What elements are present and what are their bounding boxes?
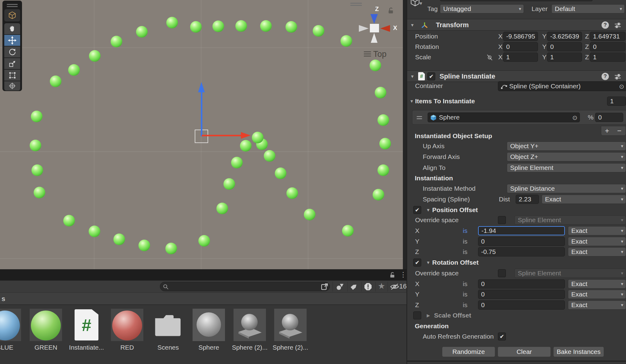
rotation-offset-checkbox[interactable]: ✔: [413, 259, 421, 267]
scene-sphere[interactable]: [30, 140, 41, 151]
rotation-offset-y-mode[interactable]: Exact▾: [568, 290, 626, 299]
scale-tool-button[interactable]: [4, 58, 20, 69]
forward-axis-dropdown[interactable]: Object Z+▾: [507, 152, 626, 161]
scene-sphere[interactable]: [223, 178, 235, 190]
window-menu-icon[interactable]: ⋮: [400, 270, 407, 279]
position-offset-checkbox[interactable]: ✔: [413, 206, 421, 214]
remove-item-button[interactable]: −: [617, 126, 621, 135]
scene-sphere[interactable]: [136, 26, 148, 38]
axis-left-cone[interactable]: [359, 25, 369, 32]
foldout-triangle-icon[interactable]: ▼: [410, 72, 414, 81]
foldout-triangle-icon[interactable]: ▶: [427, 311, 430, 320]
move-gizmo-y-axis[interactable]: [201, 92, 202, 136]
scene-sphere[interactable]: [68, 64, 80, 76]
scene-sphere[interactable]: [260, 20, 272, 32]
items-count-field[interactable]: 1: [607, 97, 626, 106]
container-object-field[interactable]: Spline (Spline Container) ⊙: [498, 81, 626, 91]
scene-sphere[interactable]: [138, 240, 150, 251]
instantiate-method-dropdown[interactable]: Spline Distance▾: [507, 184, 626, 193]
hidden-packages-eye-off-icon[interactable]: [390, 283, 399, 290]
overlay-drag-handle[interactable]: [7, 6, 18, 7]
asset-item[interactable]: RED: [109, 309, 145, 351]
lock-open-icon[interactable]: [389, 271, 396, 279]
import-warnings-icon[interactable]: [364, 282, 372, 291]
drag-handle-icon[interactable]: [417, 116, 422, 117]
axis-x-label[interactable]: X: [393, 24, 397, 31]
scene-sphere[interactable]: [113, 233, 125, 245]
position-offset-y-mode[interactable]: Exact▾: [568, 237, 626, 246]
position-offset-z-mode[interactable]: Exact▾: [568, 247, 626, 256]
object-picker-icon[interactable]: ⊙: [572, 113, 577, 122]
component-menu-icon[interactable]: ⋮: [624, 72, 626, 81]
component-menu-icon[interactable]: ⋮: [624, 20, 626, 30]
scale-y-field[interactable]: 1: [547, 53, 582, 62]
transform-header[interactable]: ▼ Transform ? ⋮: [407, 19, 626, 31]
scene-sphere[interactable]: [285, 21, 297, 33]
chevron-down-icon[interactable]: ▼: [419, 0, 423, 8]
rotation-x-field[interactable]: 0: [503, 42, 538, 51]
rotation-y-field[interactable]: 0: [547, 42, 582, 51]
tag-dropdown[interactable]: Untagged▾: [440, 4, 524, 13]
spacing-mode-dropdown[interactable]: Exact▾: [542, 195, 626, 204]
scene-sphere[interactable]: [304, 209, 315, 220]
presets-icon[interactable]: [614, 73, 622, 81]
axis-center-cube[interactable]: [370, 24, 379, 32]
axis-z-label[interactable]: Z: [375, 6, 379, 13]
position-offset-x-mode[interactable]: Exact▾: [568, 226, 626, 235]
auto-refresh-checkbox[interactable]: ✔: [498, 333, 506, 340]
search-input[interactable]: [160, 282, 330, 291]
item-percent-field[interactable]: 0: [595, 113, 623, 122]
object-picker-icon[interactable]: ⊙: [619, 82, 624, 91]
clear-button[interactable]: Clear: [498, 347, 551, 357]
open-search-window-icon[interactable]: [320, 282, 329, 291]
scene-sphere[interactable]: [63, 215, 75, 226]
rotation-offset-x-mode[interactable]: Exact▾: [568, 279, 626, 289]
overlay-handle-icon[interactable]: [350, 3, 362, 4]
presets-icon[interactable]: [614, 21, 622, 29]
scene-sphere[interactable]: [373, 189, 384, 200]
view-tool-button[interactable]: [4, 9, 20, 21]
scene-sphere[interactable]: [377, 114, 389, 126]
rotation-offset-y-field[interactable]: 0: [478, 290, 565, 299]
position-z-field[interactable]: 1.649731: [590, 32, 625, 41]
scene-sphere[interactable]: [286, 187, 298, 199]
scene-sphere[interactable]: [377, 164, 389, 176]
help-icon[interactable]: ?: [602, 73, 609, 80]
override-space-checkbox[interactable]: [498, 216, 506, 224]
asset-item[interactable]: GREEN: [28, 309, 64, 351]
rotation-offset-x-field[interactable]: 0: [478, 279, 565, 289]
position-offset-x-field[interactable]: -1.94: [478, 226, 565, 235]
scale-offset-checkbox[interactable]: [413, 311, 421, 319]
overlay-handle-icon[interactable]: [350, 5, 362, 6]
randomize-button[interactable]: Randomize: [442, 347, 495, 357]
asset-item[interactable]: Scenes: [150, 309, 186, 351]
scene-sphere[interactable]: [31, 164, 43, 176]
add-item-button[interactable]: +: [605, 126, 609, 135]
rotation-offset-z-field[interactable]: 0: [478, 300, 565, 310]
move-tool-button[interactable]: [4, 35, 20, 46]
help-icon[interactable]: ?: [602, 21, 609, 29]
scene-sphere[interactable]: [166, 17, 178, 28]
foldout-triangle-icon[interactable]: ▼: [426, 205, 430, 215]
scene-sphere[interactable]: [89, 50, 101, 62]
move-gizmo-y-arrowhead[interactable]: [198, 82, 205, 92]
rotation-z-field[interactable]: 0: [590, 42, 625, 51]
favorites-star-icon[interactable]: ★: [378, 281, 385, 291]
scale-z-field[interactable]: 1: [590, 53, 625, 62]
scene-sphere[interactable]: [240, 140, 252, 152]
axis-z-cone[interactable]: [370, 14, 378, 24]
asset-item[interactable]: # Instantiate...: [68, 309, 105, 351]
rect-tool-button[interactable]: [4, 70, 20, 81]
rotate-tool-button[interactable]: [4, 46, 20, 57]
item-object-field[interactable]: Sphere ⊙: [428, 112, 580, 122]
layer-dropdown[interactable]: Default▾: [551, 4, 625, 13]
overlay-drag-handle[interactable]: [7, 4, 18, 5]
scene-sphere[interactable]: [264, 150, 275, 162]
scene-sphere[interactable]: [165, 243, 177, 254]
align-to-dropdown[interactable]: Spline Element▾: [507, 163, 626, 172]
scene-sphere[interactable]: [216, 203, 228, 214]
hand-tool-button[interactable]: [4, 23, 20, 34]
asset-item[interactable]: Sphere: [190, 309, 227, 351]
scene-sphere[interactable]: [379, 138, 391, 149]
foldout-triangle-icon[interactable]: ▼: [410, 20, 414, 30]
